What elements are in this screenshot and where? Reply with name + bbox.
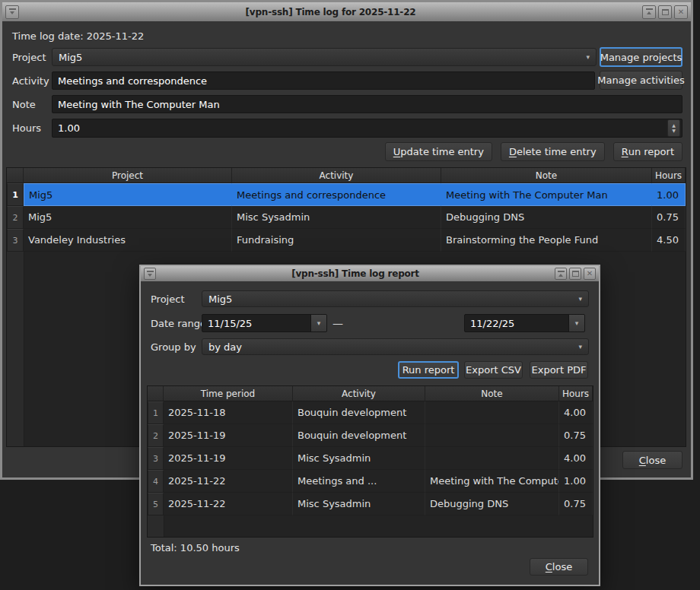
chevron-down-icon: ▾ [575, 319, 579, 327]
table-cell: 4.00 [559, 447, 593, 470]
table-cell: 0.75 [559, 493, 593, 515]
gutter-header [7, 168, 24, 183]
table-cell: 4.00 [559, 401, 593, 424]
column-header[interactable]: Hours [559, 386, 593, 401]
date-to-dropdown-button[interactable]: ▾ [568, 315, 584, 331]
table-row[interactable]: 22025-11-19Bouquin development0.75 [148, 424, 593, 447]
total-hours-label: Total: 10.50 hours [151, 541, 240, 554]
gutter-header [148, 386, 164, 401]
table-cell: Misc Sysadmin [293, 493, 425, 515]
table-cell: Misc Sysadmin [232, 206, 441, 229]
export-csv-button[interactable]: Export CSV [464, 361, 523, 379]
hours-value: 1.00 [58, 122, 80, 134]
row-number: 2 [7, 206, 24, 229]
hours-label: Hours [12, 119, 41, 138]
window-title: [vpn-ssh] Time log for 2025-11-22 [21, 7, 640, 17]
row-number: 2 [148, 424, 164, 447]
row-number-gutter [7, 252, 24, 446]
table-cell: 2025-11-19 [164, 424, 293, 447]
activity-label: Activity [12, 71, 49, 90]
column-header[interactable]: Time period [164, 386, 293, 401]
group-by-value: by day [208, 341, 242, 353]
table-row[interactable]: 12025-11-18Bouquin development4.00 [148, 401, 593, 424]
activity-input[interactable]: Meetings and correspondence [52, 71, 595, 90]
date-from-dropdown-button[interactable]: ▾ [310, 315, 326, 331]
table-header-row: ProjectActivityNoteHours [7, 168, 686, 183]
column-header[interactable]: Project [24, 168, 232, 183]
table-cell: 2025-11-22 [164, 470, 293, 493]
spin-down-icon: ▼ [672, 128, 676, 133]
shade-button[interactable] [555, 268, 567, 280]
column-header[interactable]: Activity [232, 168, 441, 183]
row-number-gutter [148, 515, 164, 537]
table-cell: Bouquin development [293, 424, 425, 447]
window-title: [vpn-ssh] Time log report [158, 268, 552, 279]
table-cell [425, 424, 559, 447]
row-number: 1 [7, 183, 24, 206]
table-cell: 2025-11-22 [164, 493, 293, 515]
row-number: 1 [148, 401, 164, 424]
table-row[interactable]: 3Vandeley IndustriesFundraisingBrainstor… [7, 229, 686, 252]
report-close-button[interactable]: Close [530, 558, 588, 576]
table-cell: 2025-11-18 [164, 401, 293, 424]
close-icon: ✕ [587, 270, 593, 278]
date-range-separator: — [332, 314, 343, 332]
group-by-combobox[interactable]: by day ▾ [202, 338, 589, 355]
spin-buttons[interactable]: ▲ ▼ [667, 119, 680, 137]
shade-button[interactable] [642, 5, 656, 19]
table-row[interactable]: 32025-11-19Misc Sysadmin4.00 [148, 447, 593, 470]
close-button[interactable]: Close [622, 451, 682, 469]
maximize-icon [572, 271, 579, 277]
table-cell: Misc Sysadmin [293, 447, 425, 470]
table-header-row: Time periodActivityNoteHours [148, 386, 593, 401]
row-number: 3 [148, 447, 164, 470]
entry-actions: Update time entry Delete time entry Run … [2, 142, 682, 161]
table-row[interactable]: 2Mig5Misc SysadminDebugging DNS0.75 [7, 206, 686, 229]
manage-activities-button[interactable]: Manage activities [600, 71, 682, 90]
window-menu-button[interactable] [5, 5, 19, 19]
titlebar[interactable]: [vpn-ssh] Time log report ✕ [141, 266, 599, 281]
table-row[interactable]: 52025-11-22Misc SysadminDebugging DNS0.7… [148, 493, 593, 515]
column-header[interactable]: Hours [652, 168, 686, 183]
table-cell: Meeting with The Computer Man [441, 183, 652, 206]
column-header[interactable]: Note [425, 386, 559, 401]
table-cell [425, 401, 559, 424]
maximize-button[interactable] [569, 268, 581, 280]
date-from-value: 11/15/25 [208, 318, 252, 329]
date-to-picker[interactable]: 11/22/25 ▾ [464, 314, 585, 332]
run-report-button[interactable]: Run report [613, 142, 682, 161]
titlebar[interactable]: [vpn-ssh] Time log for 2025-11-22 ✕ [2, 2, 691, 21]
report-project-value: Mig5 [208, 293, 232, 305]
table-row[interactable]: 1Mig5Meetings and correspondenceMeeting … [7, 183, 686, 206]
maximize-button[interactable] [658, 5, 672, 19]
date-from-picker[interactable]: 11/15/25 ▾ [202, 314, 327, 332]
manage-projects-button[interactable]: Manage projects [600, 47, 682, 67]
table-cell [425, 447, 559, 470]
group-by-label: Group by [151, 338, 196, 355]
export-pdf-button[interactable]: Export PDF [530, 361, 588, 379]
project-combobox[interactable]: Mig5 ▾ [52, 48, 597, 66]
window-menu-icon [9, 8, 16, 15]
close-window-button[interactable]: ✕ [674, 5, 688, 19]
note-input[interactable]: Meeting with The Computer Man [52, 95, 682, 113]
column-header[interactable]: Note [441, 168, 652, 183]
update-time-entry-button[interactable]: Update time entry [385, 142, 492, 161]
table-cell: Debugging DNS [441, 206, 652, 229]
report-run-report-button[interactable]: Run report [398, 361, 459, 379]
close-window-button[interactable]: ✕ [584, 268, 596, 280]
column-header[interactable]: Activity [293, 386, 425, 401]
hours-stepper[interactable]: 1.00 ▲ ▼ [52, 119, 682, 138]
table-cell: 0.75 [559, 424, 593, 447]
delete-time-entry-button[interactable]: Delete time entry [501, 142, 605, 161]
table-cell: Mig5 [24, 183, 232, 206]
window-menu-button[interactable] [144, 268, 156, 280]
chevron-down-icon: ▾ [586, 54, 590, 61]
maximize-icon [662, 9, 669, 15]
row-number: 5 [148, 493, 164, 515]
table-cell: Meetings and correspondence [232, 183, 441, 206]
note-label: Note [12, 95, 36, 113]
close-icon: ✕ [678, 8, 684, 16]
table-row[interactable]: 42025-11-22Meetings and ...Meeting with … [148, 470, 593, 493]
row-number: 3 [7, 229, 24, 252]
report-project-combobox[interactable]: Mig5 ▾ [202, 290, 589, 307]
